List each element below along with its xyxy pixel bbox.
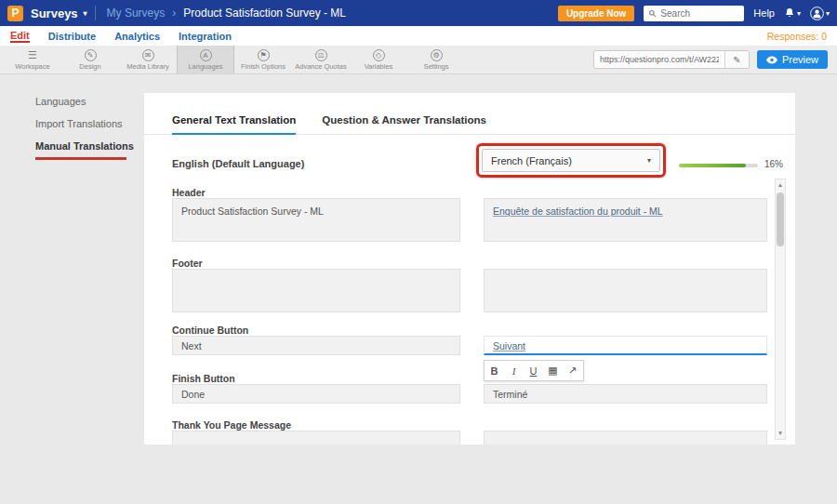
nav-item-distribute[interactable]: Distribute <box>48 31 96 42</box>
languages-icon: A <box>200 49 212 61</box>
nav-item-edit[interactable]: Edit <box>10 30 30 43</box>
eye-icon <box>766 56 777 64</box>
variables-tag-icon: ◇ <box>373 49 385 61</box>
translation-tabs: General Text Translation Question & Answ… <box>144 106 795 135</box>
breadcrumb-my-surveys[interactable]: My Surveys <box>107 7 166 20</box>
questionpro-logo-icon[interactable]: P <box>7 6 23 21</box>
toolbar-label: Finish Options <box>241 62 286 71</box>
finish-button-source-input[interactable]: Done <box>172 384 460 404</box>
edit-toolbar: ☰ Workspace ✎ Design ✉ Media Library A L… <box>0 46 837 74</box>
toolbar-label: Advance Quotas <box>295 62 346 71</box>
translation-progress-fill <box>679 164 746 167</box>
media-library-icon: ✉ <box>142 49 154 61</box>
thank-you-field-label: Thank You Page Message <box>172 419 291 431</box>
chevron-down-icon: ▾ <box>826 9 830 18</box>
translation-progress-bar <box>679 164 758 167</box>
preview-button[interactable]: Preview <box>757 50 828 69</box>
toolbar-item-variables[interactable]: ◇ Variables <box>350 46 407 73</box>
sidebar-item-manual-translations[interactable]: Manual Translations <box>26 135 144 157</box>
toolbar-item-settings[interactable]: ⚙ Settings <box>407 46 465 73</box>
tab-general-text-translation[interactable]: General Text Translation <box>172 106 296 135</box>
rich-text-toolbar: B I U ▦ ↗ <box>484 360 584 381</box>
scroll-down-arrow-icon[interactable]: ▼ <box>776 428 785 439</box>
manual-translations-panel: General Text Translation Question & Answ… <box>144 93 795 444</box>
toolbar-label: Variables <box>365 62 393 71</box>
translations-sidebar: Languages Import Translations Manual Tra… <box>26 90 144 157</box>
chevron-down-icon: ▾ <box>84 9 87 18</box>
quotas-icon: ⚖ <box>315 49 327 61</box>
survey-url-box: ✎ <box>593 50 750 69</box>
thank-you-source-textarea[interactable] <box>172 431 460 444</box>
toolbar-item-media-library[interactable]: ✉ Media Library <box>119 46 177 73</box>
global-search-box[interactable] <box>644 6 744 21</box>
annotation-highlight-box: French (Français) ▾ <box>476 143 666 178</box>
section-nav-bar: Edit Distribute Analytics Integration Re… <box>0 26 837 46</box>
search-input[interactable] <box>660 8 737 19</box>
toolbar-label: Media Library <box>126 62 168 71</box>
header-source-textarea[interactable]: Product Satisfaction Survey - ML <box>172 198 460 242</box>
top-bar: P Surveys ▾ My Surveys › Product Satisfa… <box>0 0 837 26</box>
divider <box>95 6 96 20</box>
preview-label: Preview <box>782 54 818 65</box>
bold-button[interactable]: B <box>485 361 504 380</box>
scroll-up-arrow-icon[interactable]: ▲ <box>776 179 785 191</box>
target-language-value: French (Français) <box>491 155 572 166</box>
scrollbar-thumb[interactable] <box>777 192 784 246</box>
insert-image-button[interactable]: ▦ <box>543 361 563 380</box>
translation-progress-percent: 16% <box>764 159 783 169</box>
avatar-icon <box>810 7 824 20</box>
toolbar-label: Design <box>79 62 100 71</box>
toolbar-item-workspace[interactable]: ☰ Workspace <box>4 46 61 73</box>
header-target-textarea[interactable]: Enquête de satisfaction du produit - ML <box>484 198 767 242</box>
target-language-dropdown[interactable]: French (Français) ▾ <box>482 149 660 172</box>
toolbar-item-finish-options[interactable]: ⚑ Finish Options <box>234 46 292 73</box>
toolbar-item-languages[interactable]: A Languages <box>177 46 234 73</box>
finish-button-field-label: Finish Button <box>172 373 235 384</box>
survey-url-input[interactable] <box>594 55 724 64</box>
continue-button-source-input[interactable]: Next <box>172 336 460 355</box>
sidebar-item-import-translations[interactable]: Import Translations <box>26 113 144 135</box>
help-link[interactable]: Help <box>753 7 775 19</box>
underline-button[interactable]: U <box>524 361 543 380</box>
continue-button-target-input[interactable]: Suivant <box>484 336 767 355</box>
footer-field-label: Footer <box>172 258 203 269</box>
upgrade-now-button[interactable]: Upgrade Now <box>558 6 634 21</box>
page-title: Product Satisfaction Survey - ML <box>183 7 346 20</box>
nav-item-integration[interactable]: Integration <box>179 31 232 42</box>
surveys-product-menu[interactable]: Surveys ▾ <box>31 7 87 20</box>
footer-source-textarea[interactable] <box>172 269 460 312</box>
toolbar-label: Workspace <box>15 62 49 71</box>
bell-icon <box>784 7 795 19</box>
italic-button[interactable]: I <box>504 361 524 380</box>
footer-target-textarea[interactable] <box>484 269 767 312</box>
finish-flag-icon: ⚑ <box>258 49 270 61</box>
continue-button-field-label: Continue Button <box>172 325 248 336</box>
search-icon <box>648 9 657 18</box>
account-menu[interactable]: ▾ <box>810 7 830 20</box>
chevron-down-icon: ▾ <box>647 156 651 165</box>
surveys-menu-label: Surveys <box>31 7 78 20</box>
vertical-scrollbar[interactable]: ▲ ▼ <box>775 179 786 440</box>
chevron-down-icon: ▾ <box>797 9 801 18</box>
workspace-icon: ☰ <box>27 49 39 61</box>
design-pencil-icon: ✎ <box>85 49 97 61</box>
thank-you-target-textarea[interactable] <box>484 431 767 444</box>
tab-question-answer-translations[interactable]: Question & Answer Translations <box>322 106 486 134</box>
toolbar-label: Settings <box>423 62 448 71</box>
edit-url-pencil-icon[interactable]: ✎ <box>724 51 749 68</box>
sidebar-item-languages[interactable]: Languages <box>26 90 144 113</box>
toolbar-label: Languages <box>188 62 222 71</box>
notifications-menu[interactable]: ▾ <box>784 7 801 19</box>
gear-icon: ⚙ <box>431 49 443 61</box>
toolbar-item-advance-quotas[interactable]: ⚖ Advance Quotas <box>292 46 350 73</box>
nav-item-analytics[interactable]: Analytics <box>114 31 160 42</box>
toolbar-item-design[interactable]: ✎ Design <box>61 46 119 73</box>
source-language-label: English (Default Language) <box>172 158 304 169</box>
header-field-label: Header <box>172 187 206 198</box>
responses-count[interactable]: Responses: 0 <box>767 31 827 42</box>
finish-button-target-input[interactable]: Terminé <box>484 384 767 404</box>
insert-link-button[interactable]: ↗ <box>563 361 582 380</box>
breadcrumb-separator: › <box>172 7 176 20</box>
